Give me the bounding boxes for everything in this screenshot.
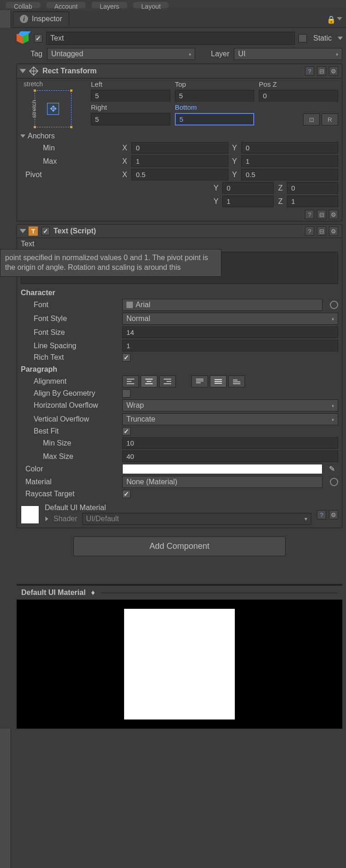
text-component-header[interactable]: T Text (Script) ? ⊟ ⚙ — [17, 225, 342, 238]
anchor-min-y-input[interactable] — [241, 142, 338, 154]
material-field[interactable]: None (Material) — [122, 476, 322, 488]
top-input[interactable] — [175, 90, 254, 101]
anchor-min-label: Min — [21, 144, 118, 152]
anchor-max-x-input[interactable] — [131, 155, 228, 167]
tab-inspector[interactable]: i Inspector — [13, 12, 69, 26]
font-size-label: Font Size — [21, 328, 118, 337]
font-style-label: Font Style — [21, 315, 118, 323]
z-label: Z — [278, 184, 284, 192]
anchor-preset-button[interactable]: stretch ✥ — [35, 90, 72, 127]
toolbar-layout[interactable]: Layout — [133, 2, 169, 8]
raycast-target-label: Raycast Target — [21, 490, 118, 498]
object-picker-icon[interactable] — [330, 301, 338, 309]
pivot-x-input[interactable] — [131, 169, 228, 180]
raycast-target-checkbox[interactable] — [122, 490, 131, 498]
object-picker-icon[interactable] — [330, 478, 338, 486]
align-right-button[interactable] — [159, 375, 176, 387]
scale-y-input[interactable] — [222, 196, 274, 207]
lock-icon[interactable]: 🔒 — [327, 15, 334, 23]
toolbar-account[interactable]: Account — [46, 2, 86, 8]
x-label: X — [122, 171, 129, 179]
preset-icon[interactable]: ⊟ — [317, 66, 326, 76]
align-center-button[interactable] — [141, 375, 157, 387]
preset-icon[interactable]: ⊟ — [317, 210, 326, 219]
help-icon[interactable]: ? — [317, 510, 326, 519]
horizontal-overflow-label: Horizontal Overflow — [21, 401, 118, 410]
top-label: Top — [175, 80, 254, 88]
font-field[interactable]: Arial — [122, 299, 322, 311]
text-label: Text — [17, 238, 342, 250]
rect-transform-header[interactable]: Rect Transform ? ⊟ ⚙ — [17, 64, 342, 78]
blueprint-mode-button[interactable]: ⊡ — [303, 113, 320, 125]
rich-text-checkbox[interactable] — [122, 353, 131, 362]
material-name: Default UI Material — [45, 504, 311, 512]
font-style-dropdown[interactable]: Normal — [122, 313, 338, 325]
shader-dropdown[interactable]: UI/Default▾ — [82, 513, 311, 525]
x-label: X — [122, 144, 129, 152]
help-icon[interactable]: ? — [305, 226, 314, 236]
text-enabled-checkbox[interactable] — [42, 227, 50, 235]
rotation-z-input[interactable] — [287, 182, 338, 194]
left-input[interactable] — [91, 90, 170, 101]
gear-icon[interactable]: ⚙ — [329, 510, 338, 519]
layer-label: Layer — [200, 50, 229, 58]
bottom-input[interactable] — [175, 113, 254, 125]
help-icon[interactable]: ? — [305, 210, 314, 219]
foldout-icon — [20, 229, 26, 233]
tab-inspector-label: Inspector — [32, 15, 62, 23]
help-icon[interactable]: ? — [305, 66, 314, 76]
best-fit-checkbox[interactable] — [122, 427, 131, 435]
color-field[interactable] — [122, 464, 322, 474]
preview-viewport[interactable] — [17, 600, 342, 729]
vertical-overflow-dropdown[interactable]: Truncate — [122, 413, 338, 425]
toolbar-layers[interactable]: Layers — [91, 2, 127, 8]
font-size-input[interactable] — [122, 327, 338, 338]
add-component-button[interactable]: Add Component — [73, 536, 286, 556]
preview-drag-handle[interactable]: ♦ — [91, 589, 95, 597]
cube-icon[interactable] — [17, 31, 30, 45]
main-toolbar: Collab Account Layers Layout — [0, 0, 346, 10]
align-top-button[interactable] — [191, 375, 208, 387]
gear-icon[interactable]: ⚙ — [329, 210, 338, 219]
rich-text-label: Rich Text — [21, 353, 118, 362]
color-label: Color — [21, 465, 118, 473]
scale-z-input[interactable] — [287, 196, 338, 207]
align-bottom-button[interactable] — [228, 375, 245, 387]
tag-dropdown[interactable]: Untagged — [47, 48, 195, 60]
panel-options-icon[interactable] — [337, 17, 342, 20]
best-fit-label: Best Fit — [21, 427, 118, 435]
component-rect-transform: Rect Transform ? ⊟ ⚙ stretch stretch ✥ L… — [17, 64, 342, 221]
info-icon: i — [20, 15, 28, 23]
preset-icon[interactable]: ⊟ — [317, 226, 326, 236]
rotation-y-input[interactable] — [222, 182, 274, 194]
foldout-icon[interactable] — [45, 517, 48, 521]
max-size-label: Max Size — [21, 452, 118, 461]
gear-icon[interactable]: ⚙ — [329, 66, 338, 76]
align-left-button[interactable] — [122, 375, 139, 387]
align-middle-button[interactable] — [210, 375, 227, 387]
layer-dropdown[interactable]: UI — [234, 48, 342, 60]
toolbar-collab[interactable]: Collab — [6, 2, 41, 8]
alignment-label: Alignment — [21, 377, 118, 386]
posz-input[interactable] — [259, 90, 338, 101]
anchor-max-y-input[interactable] — [241, 155, 338, 167]
gameobject-active-checkbox[interactable] — [34, 34, 42, 42]
tag-layer-row: Tag Untagged Layer UI — [17, 47, 342, 61]
anchors-foldout[interactable]: Anchors — [17, 131, 342, 141]
raw-edit-button[interactable]: R — [322, 113, 338, 125]
min-size-input[interactable] — [122, 437, 338, 449]
right-input[interactable] — [91, 113, 170, 125]
eyedropper-icon[interactable]: ✎ — [329, 464, 338, 474]
static-dropdown-icon[interactable] — [338, 36, 343, 40]
horizontal-overflow-dropdown[interactable]: Wrap — [122, 399, 338, 411]
static-checkbox[interactable] — [298, 34, 307, 42]
line-spacing-input[interactable] — [122, 340, 338, 351]
max-size-input[interactable] — [122, 451, 338, 462]
pivot-y-input[interactable] — [241, 169, 338, 180]
foldout-icon — [20, 69, 26, 73]
foldout-icon — [20, 134, 25, 137]
gear-icon[interactable]: ⚙ — [329, 226, 338, 236]
anchor-min-x-input[interactable] — [131, 142, 228, 154]
align-by-geometry-checkbox[interactable] — [122, 389, 131, 398]
gameobject-name-input[interactable] — [46, 32, 295, 45]
